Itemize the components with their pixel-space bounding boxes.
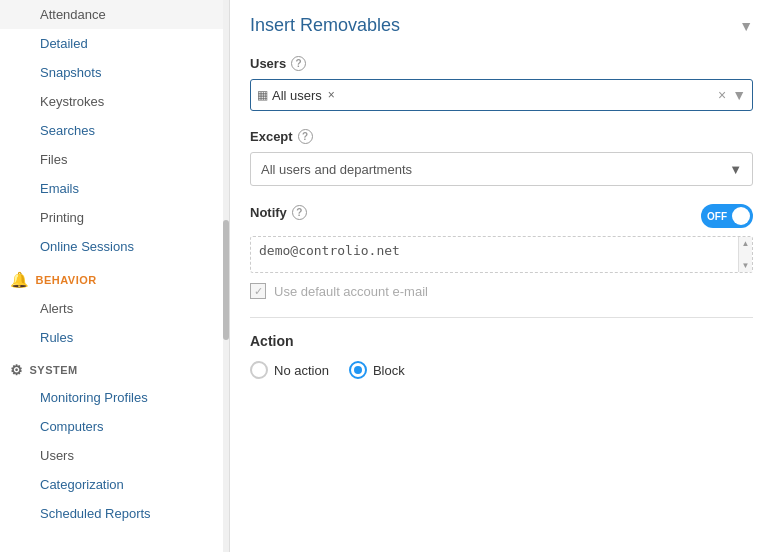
sidebar-item-printing[interactable]: Printing — [0, 203, 229, 232]
sidebar-item-monitoring-profiles[interactable]: Monitoring Profiles — [0, 383, 229, 412]
toggle-knob — [732, 207, 750, 225]
sidebar-item-users[interactable]: Users — [0, 441, 229, 470]
except-placeholder: All users and departments — [261, 162, 412, 177]
toggle-label: OFF — [707, 211, 727, 222]
sidebar-item-files[interactable]: Files — [0, 145, 229, 174]
users-tag-label: All users — [272, 88, 322, 103]
users-tag: ▦ All users × — [257, 88, 335, 103]
notify-label-row: Notify ? — [250, 205, 307, 220]
users-help-icon[interactable]: ? — [291, 56, 306, 71]
sidebar-item-searches[interactable]: Searches — [0, 116, 229, 145]
use-default-label: Use default account e-mail — [274, 284, 428, 299]
sidebar: Attendance Detailed Snapshots Keystrokes… — [0, 0, 230, 552]
sidebar-item-alerts[interactable]: Alerts — [0, 294, 229, 323]
notify-toggle[interactable]: OFF — [701, 204, 753, 228]
system-section-header: ⚙ SYSTEM — [0, 352, 229, 383]
users-section: Users ? ▦ All users × × ▼ — [250, 56, 753, 111]
sidebar-scroll: Attendance Detailed Snapshots Keystrokes… — [0, 0, 229, 528]
dropdown-button[interactable]: ▼ — [732, 87, 746, 103]
sidebar-item-attendance[interactable]: Attendance — [0, 0, 229, 29]
sidebar-scrollbar[interactable] — [223, 0, 229, 552]
page-title: Insert Removables — [250, 15, 400, 36]
checkmark-icon: ✓ — [254, 285, 263, 298]
except-dropdown[interactable]: All users and departments ▼ — [250, 152, 753, 186]
sidebar-item-rules[interactable]: Rules — [0, 323, 229, 352]
main-content: Insert Removables ▼ Users ? ▦ All users … — [230, 0, 773, 552]
email-scrollbar[interactable]: ▲ ▼ — [738, 237, 752, 272]
gear-icon: ⚙ — [10, 362, 24, 378]
sidebar-item-scheduled-reports[interactable]: Scheduled Reports — [0, 499, 229, 528]
sidebar-scrollbar-thumb[interactable] — [223, 220, 229, 340]
radio-block-inner — [354, 366, 362, 374]
sidebar-item-emails[interactable]: Emails — [0, 174, 229, 203]
chevron-down-icon: ▼ — [739, 18, 753, 34]
scroll-up-icon[interactable]: ▲ — [742, 239, 750, 248]
radio-block[interactable]: Block — [349, 361, 405, 379]
except-label: Except — [250, 129, 293, 144]
action-section: Action No action Block — [250, 333, 753, 379]
sidebar-item-computers[interactable]: Computers — [0, 412, 229, 441]
system-section-title: SYSTEM — [30, 364, 78, 376]
sidebar-item-categorization[interactable]: Categorization — [0, 470, 229, 499]
radio-block-label: Block — [373, 363, 405, 378]
use-default-row: ✓ Use default account e-mail — [250, 283, 753, 299]
folder-icon: ▦ — [257, 88, 268, 102]
except-section: Except ? All users and departments ▼ — [250, 129, 753, 186]
behavior-section-header: 🔔 BEHAVIOR — [0, 261, 229, 294]
email-textarea-container: ▲ ▼ — [250, 236, 753, 273]
use-default-checkbox[interactable]: ✓ — [250, 283, 266, 299]
radio-block-circle[interactable] — [349, 361, 367, 379]
notify-help-icon[interactable]: ? — [292, 205, 307, 220]
radio-no-action[interactable]: No action — [250, 361, 329, 379]
sidebar-item-online-sessions[interactable]: Online Sessions — [0, 232, 229, 261]
divider — [250, 317, 753, 318]
users-label-row: Users ? — [250, 56, 753, 71]
sidebar-item-snapshots[interactable]: Snapshots — [0, 58, 229, 87]
users-tag-input[interactable]: ▦ All users × × ▼ — [250, 79, 753, 111]
email-input[interactable] — [251, 237, 752, 269]
users-label: Users — [250, 56, 286, 71]
tag-controls: × ▼ — [718, 87, 746, 103]
notify-section: Notify ? OFF ▲ ▼ ✓ Use default account e… — [250, 204, 753, 299]
notify-row: Notify ? OFF — [250, 204, 753, 228]
sidebar-item-detailed[interactable]: Detailed — [0, 29, 229, 58]
tag-close-button[interactable]: × — [328, 88, 335, 102]
bell-icon: 🔔 — [10, 271, 30, 289]
radio-row: No action Block — [250, 361, 753, 379]
behavior-section-title: BEHAVIOR — [36, 274, 97, 286]
clear-button[interactable]: × — [718, 87, 726, 103]
scroll-down-icon[interactable]: ▼ — [742, 261, 750, 270]
sidebar-item-keystrokes[interactable]: Keystrokes — [0, 87, 229, 116]
notify-label: Notify — [250, 205, 287, 220]
except-help-icon[interactable]: ? — [298, 129, 313, 144]
radio-no-action-circle[interactable] — [250, 361, 268, 379]
action-label: Action — [250, 333, 753, 349]
page-title-row: Insert Removables ▼ — [250, 15, 753, 36]
toggle-container: OFF — [701, 204, 753, 228]
radio-no-action-label: No action — [274, 363, 329, 378]
except-label-row: Except ? — [250, 129, 753, 144]
except-chevron-icon: ▼ — [729, 162, 742, 177]
